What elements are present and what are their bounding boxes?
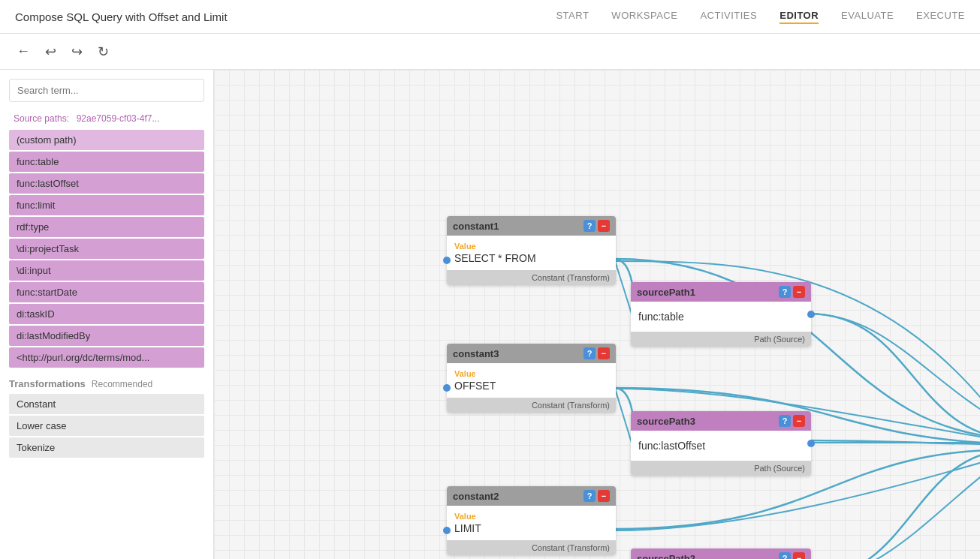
node-sourcepath3-body: func:lastOffset (631, 431, 811, 461)
node-sourcepath2-title: sourcePath2 (637, 553, 695, 560)
transform-constant[interactable]: Constant (9, 394, 204, 414)
transform-tokenize[interactable]: Tokenize (9, 437, 204, 458)
path-item-6[interactable]: func:startDate (9, 282, 204, 302)
node-constant1-body: Value SELECT * FROM (447, 236, 616, 270)
node-sourcepath2-header: sourcePath2 ? − (631, 548, 811, 559)
node-sourcepath1: sourcePath1 ? − func:table Path (Source) (631, 282, 811, 347)
node-sourcepath3-title: sourcePath3 (637, 416, 695, 427)
nav-evaluate[interactable]: EVALUATE (841, 10, 894, 24)
path-item-3[interactable]: rdf:type (9, 217, 204, 237)
node-constant2-dot (443, 527, 451, 534)
node-constant1-label: Value (454, 242, 608, 251)
main-layout: Source paths: 92ae7059-cf03-4f7... (cust… (0, 70, 980, 559)
redo-button[interactable]: ↪ (67, 41, 87, 63)
node-sourcepath1-value: func:table (638, 311, 804, 323)
nav-activities[interactable]: ACTIVITIES (700, 10, 757, 24)
node-sourcepath1-close[interactable]: − (793, 286, 805, 298)
node-sourcepath1-dot-right (807, 311, 815, 318)
back-button[interactable]: ← (12, 41, 35, 62)
path-item-0[interactable]: func:table (9, 152, 204, 172)
node-constant3-value: OFFSET (454, 380, 608, 392)
node-constant1-header: constant1 ? − (447, 216, 616, 236)
node-sourcepath3-close[interactable]: − (793, 415, 805, 427)
main-nav: START WORKSPACE ACTIVITIES EDITOR EVALUA… (556, 10, 965, 24)
path-item-2[interactable]: func:limit (9, 195, 204, 215)
path-item-custom[interactable]: (custom path) (9, 130, 204, 150)
node-constant1-buttons: ? − (583, 220, 610, 232)
path-item-9[interactable]: <http://purl.org/dc/terms/mod... (9, 347, 204, 368)
node-sourcepath2: sourcePath2 ? − func:limit Path (Source) (631, 548, 811, 559)
node-constant2-close[interactable]: − (598, 490, 610, 502)
node-sourcepath1-buttons: ? − (779, 286, 805, 298)
node-sourcepath3-buttons: ? − (779, 415, 805, 427)
nav-start[interactable]: START (556, 10, 589, 24)
nav-execute[interactable]: EXECUTE (916, 10, 965, 24)
node-constant3-body: Value OFFSET (447, 363, 616, 398)
node-constant2-help[interactable]: ? (583, 490, 596, 502)
node-sourcepath3-header: sourcePath3 ? − (631, 411, 811, 431)
node-sourcepath2-close[interactable]: − (793, 552, 805, 559)
refresh-button[interactable]: ↻ (93, 41, 113, 63)
transformations-header: Transformations Recommended (9, 378, 204, 389)
nav-editor[interactable]: EDITOR (779, 10, 819, 24)
path-item-5[interactable]: \di:input (9, 260, 204, 281)
node-constant2: constant2 ? − Value LIMIT Constant (Tran… (447, 486, 616, 555)
canvas[interactable]: constant1 ? − Value SELECT * FROM Consta… (214, 70, 980, 559)
node-constant3-buttons: ? − (583, 347, 610, 359)
node-constant1-help[interactable]: ? (583, 220, 596, 232)
node-sourcepath1-help[interactable]: ? (779, 286, 791, 298)
node-sourcepath3-dot-right (807, 440, 815, 447)
sidebar: Source paths: 92ae7059-cf03-4f7... (cust… (0, 70, 214, 559)
node-constant2-body: Value LIMIT (447, 506, 616, 540)
node-sourcepath1-title: sourcePath1 (637, 287, 695, 298)
path-item-8[interactable]: di:lastModifiedBy (9, 326, 204, 346)
node-sourcepath3-footer: Path (Source) (631, 461, 811, 476)
source-paths-header: Source paths: 92ae7059-cf03-4f7... (9, 113, 204, 124)
node-sourcepath3: sourcePath3 ? − func:lastOffset Path (So… (631, 411, 811, 476)
node-constant3-label: Value (454, 369, 608, 378)
node-constant3-header: constant3 ? − (447, 344, 616, 363)
search-input[interactable] (9, 79, 204, 102)
node-sourcepath2-buttons: ? − (779, 552, 805, 559)
node-constant3-footer: Constant (Transform) (447, 398, 616, 413)
node-constant3-close[interactable]: − (598, 347, 610, 359)
node-constant1-value: SELECT * FROM (454, 252, 608, 264)
node-constant1: constant1 ? − Value SELECT * FROM Consta… (447, 216, 616, 285)
nav-workspace[interactable]: WORKSPACE (611, 10, 677, 24)
undo-button[interactable]: ↩ (41, 41, 61, 63)
node-constant2-footer: Constant (Transform) (447, 540, 616, 555)
node-sourcepath2-help[interactable]: ? (779, 552, 791, 559)
node-constant3-title: constant3 (453, 348, 499, 359)
node-constant3-dot (443, 384, 451, 392)
node-sourcepath1-body: func:table (631, 302, 811, 332)
node-constant1-close[interactable]: − (598, 220, 610, 232)
transform-lowercase[interactable]: Lower case (9, 416, 204, 436)
node-constant1-footer: Constant (Transform) (447, 270, 616, 285)
node-sourcepath1-header: sourcePath1 ? − (631, 282, 811, 302)
header: Compose SQL Query with Offset and Limit … (0, 0, 980, 34)
node-constant2-value: LIMIT (454, 522, 608, 534)
node-constant2-title: constant2 (453, 491, 499, 502)
node-sourcepath3-help[interactable]: ? (779, 415, 791, 427)
node-constant2-header: constant2 ? − (447, 486, 616, 506)
node-sourcepath1-footer: Path (Source) (631, 332, 811, 347)
node-sourcepath3-value: func:lastOffset (638, 440, 804, 452)
page-title: Compose SQL Query with Offset and Limit (15, 11, 228, 23)
path-item-7[interactable]: di:taskID (9, 304, 204, 324)
toolbar: ← ↩ ↪ ↻ (0, 34, 980, 70)
path-item-1[interactable]: func:lastOffset (9, 173, 204, 194)
node-constant2-label: Value (454, 512, 608, 521)
node-constant2-buttons: ? − (583, 490, 610, 502)
node-constant3-help[interactable]: ? (583, 347, 596, 359)
node-constant1-title: constant1 (453, 221, 499, 232)
path-item-4[interactable]: \di:projectTask (9, 239, 204, 259)
node-constant3: constant3 ? − Value OFFSET Constant (Tra… (447, 344, 616, 413)
node-constant1-dot (443, 257, 451, 264)
